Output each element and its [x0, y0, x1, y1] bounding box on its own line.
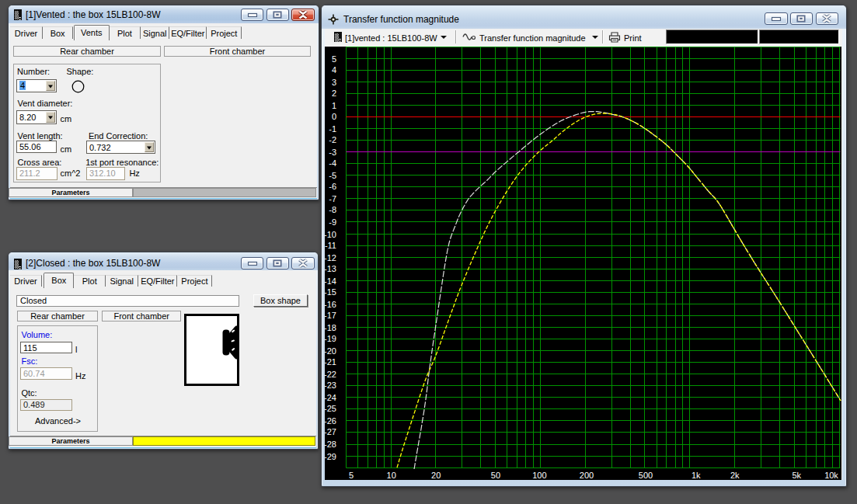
svg-text:-15: -15	[325, 287, 336, 297]
svg-text:3: 3	[332, 78, 336, 87]
svg-text:5: 5	[349, 471, 354, 480]
svg-text:5: 5	[332, 54, 336, 64]
svg-text:-20: -20	[325, 346, 336, 356]
svg-text:-22: -22	[325, 370, 336, 379]
svg-text:-13: -13	[325, 264, 336, 273]
svg-text:-16: -16	[325, 300, 336, 309]
svg-text:-24: -24	[325, 393, 336, 402]
svg-text:-9: -9	[329, 217, 336, 227]
svg-text:-17: -17	[325, 311, 336, 320]
svg-text:200: 200	[580, 471, 594, 480]
svg-text:-26: -26	[325, 416, 336, 426]
svg-text:-29: -29	[325, 452, 336, 461]
svg-text:-2: -2	[329, 135, 336, 144]
svg-text:2k: 2k	[730, 471, 740, 480]
svg-text:4: 4	[332, 65, 336, 75]
svg-text:-14: -14	[325, 276, 336, 286]
svg-text:1: 1	[332, 101, 336, 110]
svg-text:5k: 5k	[792, 471, 801, 480]
svg-text:-11: -11	[325, 241, 336, 250]
svg-text:10k: 10k	[824, 471, 838, 480]
svg-text:-8: -8	[329, 205, 336, 214]
svg-text:-10: -10	[325, 230, 336, 239]
svg-text:-18: -18	[325, 323, 336, 332]
svg-text:-4: -4	[329, 158, 336, 168]
svg-text:100: 100	[532, 471, 546, 480]
svg-text:-7: -7	[329, 194, 336, 203]
svg-text:0: 0	[332, 112, 336, 121]
svg-text:-5: -5	[329, 171, 336, 180]
svg-text:1k: 1k	[692, 471, 701, 480]
svg-text:-19: -19	[325, 334, 336, 343]
svg-text:-6: -6	[329, 182, 336, 191]
svg-text:2: 2	[332, 89, 336, 98]
svg-text:-27: -27	[325, 427, 336, 436]
svg-text:10: 10	[387, 471, 396, 480]
svg-text:-21: -21	[325, 357, 336, 367]
svg-text:-12: -12	[325, 253, 336, 262]
svg-text:-1: -1	[329, 124, 336, 134]
svg-text:-28: -28	[325, 440, 336, 449]
svg-text:50: 50	[491, 471, 500, 480]
svg-text:-23: -23	[325, 381, 336, 390]
svg-text:500: 500	[639, 471, 653, 480]
svg-text:-25: -25	[325, 404, 336, 413]
svg-text:-3: -3	[329, 148, 336, 157]
svg-text:20: 20	[431, 471, 441, 480]
